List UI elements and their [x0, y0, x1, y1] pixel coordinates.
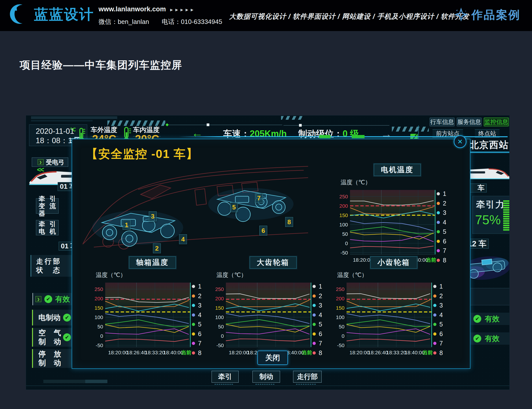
svg-text:18:26:40: 18:26:40: [127, 350, 147, 355]
site-header: 蓝蓝设计 www.lanlanwork.com►►►►► 微信：ben_lanl…: [0, 0, 532, 31]
valid-label: 有效: [485, 334, 499, 344]
sidebar-item-running-gear[interactable]: 走行部 状 态: [31, 255, 72, 277]
legend-item: 1: [437, 190, 452, 197]
svg-text:100: 100: [215, 314, 224, 320]
phone-label: 电话：010-63334945: [162, 18, 222, 25]
legend-item: 4: [313, 311, 328, 319]
logo-icon: [9, 3, 31, 26]
website-link[interactable]: www.lanlanwork.com: [99, 5, 166, 13]
svg-text:100: 100: [336, 314, 345, 320]
sidebar-item-electric-brake[interactable]: 电制动 ✔: [32, 310, 72, 325]
legend-item: 2: [437, 200, 452, 207]
close-button[interactable]: 关闭: [257, 351, 288, 365]
svg-text:0: 0: [100, 333, 103, 339]
tab-service-info[interactable]: 服务信息: [457, 118, 482, 126]
svg-text:50: 50: [218, 324, 224, 329]
logo[interactable]: 蓝蓝设计: [9, 3, 94, 26]
chart-legend: 12345678: [437, 187, 452, 265]
track-line-right: [468, 152, 510, 153]
sidebar-item-traction-motor[interactable]: 牵 引 电 机: [36, 220, 59, 235]
svg-text:当前: 当前: [422, 350, 433, 355]
tab-driving-info[interactable]: 行车信息: [430, 118, 455, 126]
legend-item: 7: [192, 340, 207, 347]
sidebar-item-air-brake[interactable]: 空 气 制 动 ✔: [32, 328, 72, 347]
deco-stripes: [107, 120, 165, 126]
legend-item: 7: [433, 340, 449, 347]
svg-text:250: 250: [339, 194, 348, 199]
svg-text:18:33:20: 18:33:20: [145, 350, 165, 355]
portfolio-link[interactable]: 作品案例: [454, 7, 521, 23]
legend-item: 4: [192, 311, 207, 319]
svg-text:18:33:20: 18:33:20: [386, 350, 406, 355]
chart-motor-temperature: 电机温度温度（℃）250200150100500-5018:20:0018:26…: [339, 164, 456, 256]
legend-item: 6: [313, 330, 328, 338]
svg-text:200: 200: [215, 296, 224, 301]
arrow-box-icon: ❯: [35, 296, 41, 302]
svg-text:50: 50: [342, 231, 348, 237]
legend-item: 3: [192, 302, 207, 309]
chart-title: 大齿轮箱: [250, 256, 297, 269]
deco-stripes: [392, 127, 429, 132]
sidebar-item-pantograph[interactable]: ❯ 受电弓: [32, 157, 68, 167]
svg-text:0: 0: [345, 240, 348, 246]
legend-item: 5: [192, 321, 207, 328]
tab-monitor-info[interactable]: 监控信息: [484, 118, 509, 126]
track-segment: [319, 135, 331, 138]
chart-plot: 250200150100500-5018:20:0018:26:4018:33:…: [94, 279, 192, 358]
prev-arrow-button[interactable]: ←: [192, 126, 203, 140]
svg-text:当前: 当前: [302, 350, 312, 355]
valid-status-row-right: ✔ 有效: [469, 313, 510, 325]
svg-text:18:40:00: 18:40:00: [163, 350, 183, 355]
sidebar-item-parking-brake[interactable]: 停 放 制 动: [32, 349, 72, 368]
deco-divider: [418, 125, 419, 141]
sidebar-item-traction-converter[interactable]: 牵 引 变流器: [36, 198, 59, 214]
bottom-button-brake[interactable]: 制动: [252, 371, 280, 383]
train-wireframe-illustration: 12345678: [79, 160, 309, 252]
svg-text:0: 0: [342, 333, 345, 339]
page-title: 项目经验——中车集团列车监控屏: [20, 58, 182, 72]
check-icon: ✔: [473, 315, 481, 323]
chart-title: 电机温度: [374, 164, 421, 176]
svg-text:-50: -50: [340, 250, 348, 256]
traction-force-value: 75%: [475, 212, 501, 227]
svg-text:200: 200: [95, 296, 103, 301]
svg-text:250: 250: [336, 286, 345, 292]
chart-title: 小齿轮箱: [370, 256, 417, 269]
legend-item: 6: [433, 330, 449, 338]
bottom-button-running-gear[interactable]: 走行部: [293, 371, 322, 383]
chart-legend: 12345678: [433, 279, 449, 358]
svg-text:-50: -50: [216, 342, 224, 348]
legend-item: 2: [313, 292, 328, 300]
svg-text:-50: -50: [96, 342, 103, 348]
legend-item: 3: [433, 302, 449, 309]
svg-text:18:20:00: 18:20:00: [229, 350, 249, 355]
legend-item: 7: [437, 247, 452, 254]
svg-text:150: 150: [215, 305, 224, 311]
axle-marker-2: 2: [153, 243, 161, 253]
svg-text:200: 200: [339, 203, 348, 209]
chart-plot: 250200150100500-5018:20:0018:26:4018:33:…: [335, 279, 433, 358]
axle-marker-1: 1: [123, 220, 131, 230]
legend-item: 3: [437, 209, 452, 216]
wechat-label: 微信：ben_lanlan: [99, 18, 149, 25]
chart-ylabel: 温度（℃）: [341, 178, 456, 186]
bottom-button-traction[interactable]: 牵引: [212, 371, 239, 383]
legend-item: 7: [313, 340, 328, 347]
deco-square: [299, 124, 302, 127]
chart-legend: 12345678: [192, 279, 207, 358]
chart-plot: 250200150100500-5018:20:0018:26:4018:33:…: [215, 279, 313, 358]
legend-item: 5: [313, 321, 328, 328]
legend-item: 5: [437, 228, 452, 235]
chart-title: 轴箱温度: [129, 256, 176, 269]
svg-text:150: 150: [336, 305, 345, 311]
axle-marker-8: 8: [285, 217, 293, 227]
svg-text:250: 250: [215, 286, 224, 292]
valid-status-row-right: ✔ 有效: [469, 332, 510, 345]
check-icon: ✔: [473, 335, 481, 342]
terminal-station-name: 北京西站: [469, 139, 509, 151]
svg-text:200: 200: [336, 296, 345, 301]
legend-item: 5: [433, 321, 449, 328]
legend-item: 1: [313, 283, 328, 290]
svg-text:℃: ℃: [70, 127, 76, 132]
close-icon[interactable]: ✕: [454, 135, 466, 148]
